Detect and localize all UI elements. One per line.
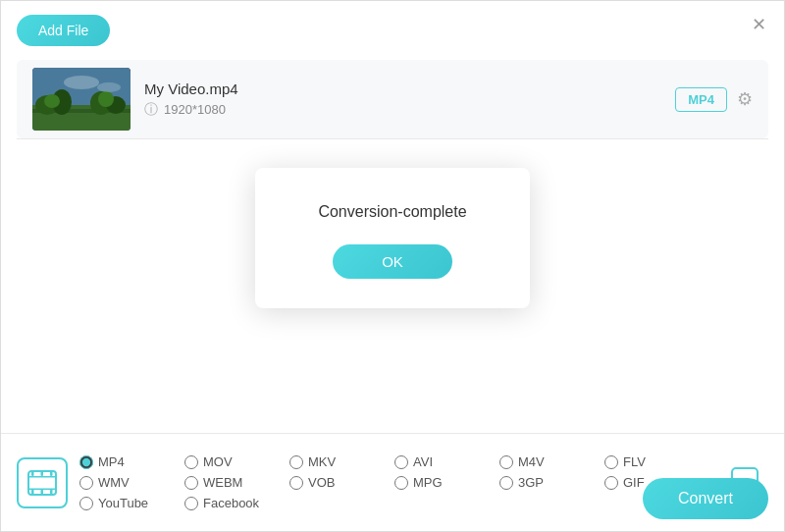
svg-rect-18 xyxy=(41,489,44,494)
format-option-wmv[interactable]: WMV xyxy=(79,475,184,490)
format-radio-mkv[interactable] xyxy=(289,455,303,469)
dialog-box: Conversion-complete OK xyxy=(255,168,530,308)
title-bar: Add File ✕ xyxy=(1,1,784,60)
format-radio-vob[interactable] xyxy=(289,476,303,490)
bottom-bar: MP4 MOV MKV AVI M4V FLV WMV WEBM xyxy=(1,433,784,531)
format-option-flv[interactable]: FLV xyxy=(604,454,709,469)
svg-rect-17 xyxy=(31,489,34,494)
file-thumbnail xyxy=(32,68,131,131)
format-option-3gp[interactable]: 3GP xyxy=(499,475,604,490)
format-radio-gif[interactable] xyxy=(604,476,618,490)
file-info: My Video.mp4 ⓘ 1920*1080 xyxy=(144,80,661,119)
file-name: My Video.mp4 xyxy=(144,80,661,97)
file-actions: MP4 ⚙ xyxy=(675,87,753,112)
format-option-mov[interactable]: MOV xyxy=(184,454,289,469)
format-radio-3gp[interactable] xyxy=(499,476,513,490)
add-file-button[interactable]: Add File xyxy=(17,15,110,46)
format-radio-flv[interactable] xyxy=(604,455,618,469)
svg-rect-15 xyxy=(41,471,44,476)
close-button[interactable]: ✕ xyxy=(749,15,768,34)
format-radio-youtube[interactable] xyxy=(79,497,93,510)
format-option-youtube[interactable]: YouTube xyxy=(79,496,184,510)
settings-button[interactable]: ⚙ xyxy=(737,88,753,110)
format-radio-webm[interactable] xyxy=(184,476,198,490)
dialog-overlay: Conversion-complete OK xyxy=(1,139,784,336)
svg-point-8 xyxy=(98,91,114,107)
format-badge[interactable]: MP4 xyxy=(675,87,727,112)
svg-point-9 xyxy=(64,76,99,89)
svg-point-10 xyxy=(97,82,121,92)
format-option-facebook[interactable]: Facebook xyxy=(184,496,289,510)
convert-button[interactable]: Convert xyxy=(643,478,768,519)
format-radio-mov[interactable] xyxy=(184,455,198,469)
info-icon: ⓘ xyxy=(144,101,158,119)
dialog-message: Conversion-complete xyxy=(318,203,466,221)
format-radio-facebook[interactable] xyxy=(184,497,198,510)
file-meta: ⓘ 1920*1080 xyxy=(144,101,661,119)
format-radio-mp4[interactable] xyxy=(79,455,93,469)
format-option-mp4[interactable]: MP4 xyxy=(79,454,184,469)
svg-rect-14 xyxy=(31,471,34,476)
format-option-mpg[interactable]: MPG xyxy=(394,475,499,490)
format-options: MP4 MOV MKV AVI M4V FLV WMV WEBM xyxy=(79,447,709,518)
dialog-ok-button[interactable]: OK xyxy=(333,244,452,279)
format-option-vob[interactable]: VOB xyxy=(289,475,394,490)
format-radio-mpg[interactable] xyxy=(394,476,408,490)
file-list-area: My Video.mp4 ⓘ 1920*1080 MP4 ⚙ xyxy=(17,60,768,138)
file-resolution: 1920*1080 xyxy=(164,102,226,117)
film-icon xyxy=(26,467,58,499)
format-option-m4v[interactable]: M4V xyxy=(499,454,604,469)
format-radio-m4v[interactable] xyxy=(499,455,513,469)
svg-rect-12 xyxy=(28,476,56,478)
format-radio-wmv[interactable] xyxy=(79,476,93,490)
svg-rect-19 xyxy=(50,489,53,494)
format-option-avi[interactable]: AVI xyxy=(394,454,499,469)
format-icon-box xyxy=(17,457,68,508)
content-area: Conversion-complete OK xyxy=(1,139,784,336)
svg-point-7 xyxy=(44,94,60,108)
format-radio-avi[interactable] xyxy=(394,455,408,469)
svg-rect-16 xyxy=(50,471,53,476)
format-option-mkv[interactable]: MKV xyxy=(289,454,394,469)
format-option-webm[interactable]: WEBM xyxy=(184,475,289,490)
